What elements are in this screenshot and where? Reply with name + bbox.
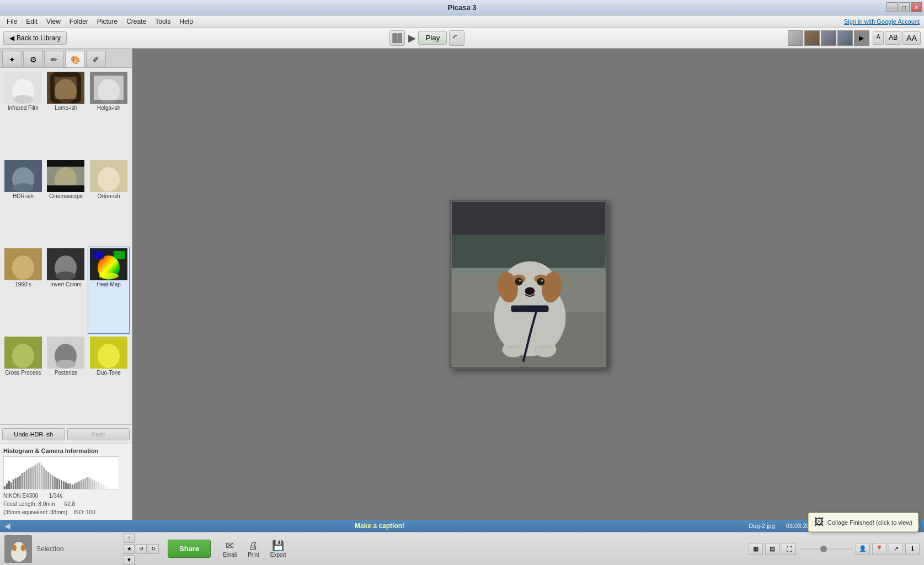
more-options-button[interactable]: ▼ xyxy=(124,555,135,565)
main-layout: ✦ ⚙ ✏ 🎨 ✐ Infrared Film xyxy=(0,49,924,520)
star-icon-button[interactable]: ★ xyxy=(124,544,135,554)
camera-model: NIKON E4300 1/34s xyxy=(3,492,129,500)
svg-rect-1 xyxy=(398,34,402,38)
back-to-library-button[interactable]: ◀ Back to Library xyxy=(3,31,67,45)
minimize-button[interactable]: — xyxy=(886,2,898,12)
svg-rect-87 xyxy=(78,481,80,489)
effect-lomo-ish[interactable]: Lomo-ish xyxy=(45,70,87,157)
zoom-slider[interactable] xyxy=(798,548,853,550)
menu-help[interactable]: Help xyxy=(175,17,197,26)
rotate-right-bottom-button[interactable]: ↻ xyxy=(148,544,159,554)
svg-rect-83 xyxy=(70,483,71,489)
effect-cinemascope[interactable]: Cinemascope xyxy=(45,158,87,246)
share-button[interactable]: Share xyxy=(168,540,211,558)
svg-rect-59 xyxy=(17,477,19,489)
menu-folder[interactable]: Folder xyxy=(65,17,93,26)
title-bar: Picasa 3 — □ ✕ xyxy=(0,0,924,15)
svg-rect-26 xyxy=(47,185,84,192)
play-button[interactable]: Play xyxy=(418,31,447,45)
person-icon-button[interactable]: 👤 xyxy=(856,543,870,555)
svg-rect-101 xyxy=(109,486,110,489)
filmstrip-view-button[interactable]: ▤ xyxy=(765,543,779,555)
undo-button[interactable]: Undo HDR-ish xyxy=(2,428,65,440)
tab-details[interactable]: ✏ xyxy=(44,51,64,67)
tab-text[interactable]: ✐ xyxy=(86,51,106,67)
effect-heat-map[interactable]: Heat Map xyxy=(88,247,130,334)
close-button[interactable]: ✕ xyxy=(911,2,922,12)
thumb-1[interactable] xyxy=(788,30,803,46)
effect-invert-colors[interactable]: Invert Colors xyxy=(45,247,87,334)
menu-create[interactable]: Create xyxy=(122,17,151,26)
svg-rect-88 xyxy=(81,481,82,489)
effect-cross-process[interactable]: Cross Process xyxy=(2,335,44,422)
rotate-left-bottom-button[interactable]: ↺ xyxy=(136,544,147,554)
notification-popup[interactable]: 🖼 Collage Finished! (click to view) xyxy=(808,513,918,532)
svg-rect-41 xyxy=(114,251,125,259)
collage-icon-button[interactable] xyxy=(389,30,405,46)
effect-posterize[interactable]: Posterize xyxy=(45,335,87,422)
tab-effects[interactable]: 🎨 xyxy=(65,51,85,67)
effect-thumb-holga xyxy=(90,72,127,104)
fullscreen-button[interactable]: ⛶ xyxy=(782,543,796,555)
svg-rect-65 xyxy=(30,467,32,489)
menu-picture[interactable]: Picture xyxy=(93,17,122,26)
thumb-3[interactable] xyxy=(821,30,836,46)
share-icon-button[interactable]: ↗ xyxy=(889,543,903,555)
email-action[interactable]: ✉ Email xyxy=(220,539,240,559)
effect-hdr-ish[interactable]: HDR-ish xyxy=(2,158,44,246)
zoom-thumb[interactable] xyxy=(820,546,827,552)
rotate-left-button[interactable] xyxy=(449,30,464,46)
toolbar: ◀ Back to Library ▶ Play ▶ A xyxy=(0,28,924,49)
bottom-edit-icons: ↑ ★ ↺ ↻ ▼ xyxy=(124,533,159,565)
tab-tuning[interactable]: ⚙ xyxy=(23,51,43,67)
svg-rect-0 xyxy=(393,34,397,38)
caption-label[interactable]: Make a caption! xyxy=(22,522,738,530)
effect-label-heatmap: Heat Map xyxy=(97,281,120,287)
effect-thumb-infrared xyxy=(4,72,42,104)
selection-label: Selection xyxy=(36,545,119,553)
info-icon-button[interactable]: ℹ xyxy=(905,543,920,555)
thumbnail-preview xyxy=(4,535,32,563)
email-label: Email xyxy=(223,552,237,558)
location-icon-button[interactable]: 📍 xyxy=(872,543,886,555)
svg-point-129 xyxy=(12,545,17,551)
grid-view-button[interactable]: ▦ xyxy=(749,543,763,555)
text-small-button[interactable]: A xyxy=(873,31,884,45)
svg-rect-92 xyxy=(89,478,91,489)
menu-tools[interactable]: Tools xyxy=(151,17,175,26)
effect-thumb-orton xyxy=(90,160,127,192)
effect-orton-ish[interactable]: Orton-ish xyxy=(88,158,130,246)
text-medium-button[interactable]: AB xyxy=(885,31,901,45)
maximize-button[interactable]: □ xyxy=(899,2,910,12)
svg-rect-2 xyxy=(393,39,397,42)
export-action[interactable]: 💾 Export xyxy=(267,539,290,559)
effect-1960s[interactable]: 1960's xyxy=(2,247,44,334)
text-large-button[interactable]: AA xyxy=(902,31,921,45)
print-action[interactable]: 🖨 Print xyxy=(244,539,263,559)
effect-label-hdr: HDR-ish xyxy=(13,193,34,199)
effect-duo-tone[interactable]: Duo-Tone xyxy=(88,335,130,422)
thumb-forward[interactable]: ▶ xyxy=(854,30,869,46)
thumb-4[interactable] xyxy=(837,30,853,46)
back-arrow-icon: ◀ xyxy=(9,34,14,42)
thumb-2[interactable] xyxy=(804,30,820,46)
tab-basic-fixes[interactable]: ✦ xyxy=(2,51,22,67)
google-signin-link[interactable]: Sign in with Google Account xyxy=(844,18,920,25)
redo-button[interactable]: Redo xyxy=(67,428,130,440)
svg-rect-89 xyxy=(83,479,84,489)
svg-rect-25 xyxy=(47,160,84,167)
notification-text: Collage Finished! (click to view) xyxy=(827,519,912,526)
effect-thumb-hdr xyxy=(4,160,42,192)
effect-label-invert: Invert Colors xyxy=(50,281,82,287)
menu-edit[interactable]: Edit xyxy=(22,17,42,26)
svg-point-36 xyxy=(56,271,76,280)
upload-icon-button[interactable]: ↑ xyxy=(124,533,135,543)
effect-holga-ish[interactable]: Holga-ish xyxy=(88,70,130,157)
effect-infrared-film[interactable]: Infrared Film xyxy=(2,70,44,157)
thumbnail-strip: ▶ xyxy=(788,30,869,46)
svg-rect-64 xyxy=(28,468,30,489)
collage-notification-icon: 🖼 xyxy=(814,516,824,528)
menu-file[interactable]: File xyxy=(2,17,22,26)
menu-view[interactable]: View xyxy=(42,17,65,26)
svg-rect-86 xyxy=(76,482,78,489)
